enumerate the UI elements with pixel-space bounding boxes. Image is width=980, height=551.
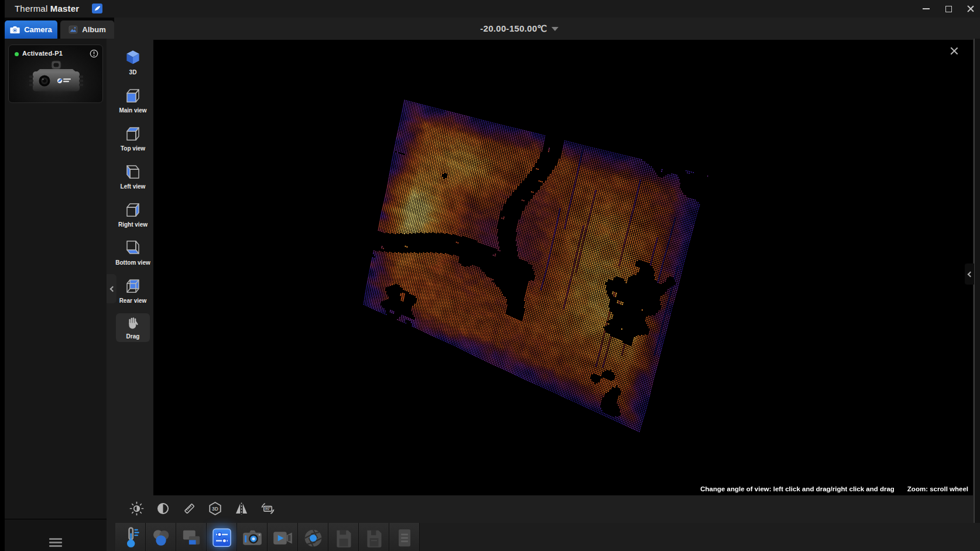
picture-in-picture-icon [180,523,203,551]
close-button[interactable] [960,0,980,18]
palette-icon [149,523,173,551]
edit-toolbar: 3D90° [115,497,973,522]
view-button-top[interactable]: Top view [116,123,150,154]
window-edge [0,0,5,551]
app-title: Thermal Master [15,4,79,13]
hexagon-3d-button[interactable]: 3D [204,499,225,520]
chevron-left-icon [109,286,115,292]
photo-capture-icon [241,523,264,551]
display-settings-icon [210,523,234,551]
report-button [389,523,420,551]
report-icon [393,523,416,551]
device-photo [15,59,97,102]
save-file-button [359,523,389,551]
shutter-icon [301,523,325,551]
device-info-button[interactable] [90,49,98,58]
device-status-dot [15,52,19,56]
app-window: Thermal Master Camera Album Activated-P1 [0,0,980,551]
view-button-main[interactable]: Main view [116,85,150,116]
mirror-flip-icon [234,501,249,519]
pointcloud-viewport[interactable]: Change angle of view: left click and dra… [153,40,973,495]
view-button-label: Drag [126,333,140,340]
palette-button[interactable] [146,523,176,551]
view-button-label: Top view [121,145,145,152]
view-button-3d[interactable]: 3D [116,47,150,78]
drag-view-cube-icon [125,315,141,333]
photo-capture-button[interactable] [237,523,268,551]
minimize-icon [923,8,930,9]
view-button-label: Bottom view [115,259,150,266]
3d-view-cube-icon [124,49,142,69]
video-record-icon [271,523,294,551]
view-button-left[interactable]: Left view [116,161,150,192]
mirror-flip-button[interactable] [231,499,252,520]
left-panel-collapse-handle[interactable] [107,274,116,303]
device-name: Activated-P1 [22,50,63,57]
panel-bottom-bar [5,519,107,551]
close-icon [967,5,975,13]
bottom-view-cube-icon [124,239,142,259]
view-button-rear[interactable]: Rear view [116,275,150,306]
right-view-cube-icon [124,201,142,221]
view-button-drag[interactable]: Drag [116,313,150,342]
picture-in-picture-button[interactable] [176,523,207,551]
contrast-button[interactable] [152,499,173,520]
contrast-icon [155,501,171,519]
pointcloud-canvas[interactable] [153,40,973,495]
minimize-button[interactable] [916,0,937,18]
shutter-button[interactable] [298,523,328,551]
main-view-cube-icon [124,87,142,107]
view-toolbar: 3DMain viewTop viewLeft viewRight viewBo… [116,47,150,349]
viewport-hint: Change angle of view: left click and dra… [700,485,968,492]
brightness-icon [129,501,145,519]
view-button-right[interactable]: Right view [116,199,150,230]
rotate-90-icon: 90° [259,501,276,519]
album-icon [68,25,78,34]
save-file-icon [362,523,386,551]
video-record-button[interactable] [268,523,298,551]
viewport-close-button[interactable] [950,46,961,58]
hint-rotate-text: Change angle of view: left click and dra… [700,485,895,492]
view-button-bottom[interactable]: Bottom view [116,237,150,268]
view-button-label: 3D [129,69,137,76]
tab-camera[interactable]: Camera [5,20,57,39]
menu-hamburger-icon[interactable] [49,538,62,549]
measure-ruler-icon [181,501,197,519]
maximize-icon [945,6,952,12]
tab-camera-label: Camera [24,25,52,34]
chevron-left-icon [968,271,974,277]
top-view-cube-icon [124,125,142,145]
left-view-cube-icon [124,163,142,183]
temperature-thermometer-icon [119,523,142,551]
device-panel: Activated-P1 [5,39,107,519]
hexagon-3d-icon: 3D [207,501,223,519]
maximize-button[interactable] [938,0,959,18]
display-settings-button[interactable] [207,523,237,551]
measure-ruler-button[interactable] [179,499,200,520]
hint-zoom-text: Zoom: scroll wheel [907,485,968,492]
view-button-label: Rear view [119,297,147,304]
info-icon [90,49,98,58]
right-panel-expand-handle[interactable] [965,263,974,285]
view-button-label: Right view [118,221,148,228]
right-edge [975,39,980,551]
svg-text:90°: 90° [265,506,270,511]
app-logo-icon [92,4,102,13]
tab-album[interactable]: Album [60,20,114,39]
titlebar: Thermal Master [0,0,980,18]
rear-view-cube-icon [124,277,142,297]
chevron-down-icon [551,27,558,31]
brightness-button[interactable] [126,499,147,520]
save-image-icon [332,523,355,551]
view-button-label: Main view [119,107,146,114]
camera-icon [10,26,20,34]
device-card[interactable]: Activated-P1 [8,45,103,103]
capture-toolbar [115,523,980,551]
tab-album-label: Album [82,25,105,34]
save-image-button [328,523,359,551]
temperature-range-dropdown[interactable]: -20.00-150.00℃ [440,21,598,36]
svg-text:3D: 3D [212,505,218,511]
rotate-90-button[interactable]: 90° [257,499,278,520]
temperature-thermometer-button[interactable] [115,523,146,551]
view-button-label: Left view [121,183,146,190]
